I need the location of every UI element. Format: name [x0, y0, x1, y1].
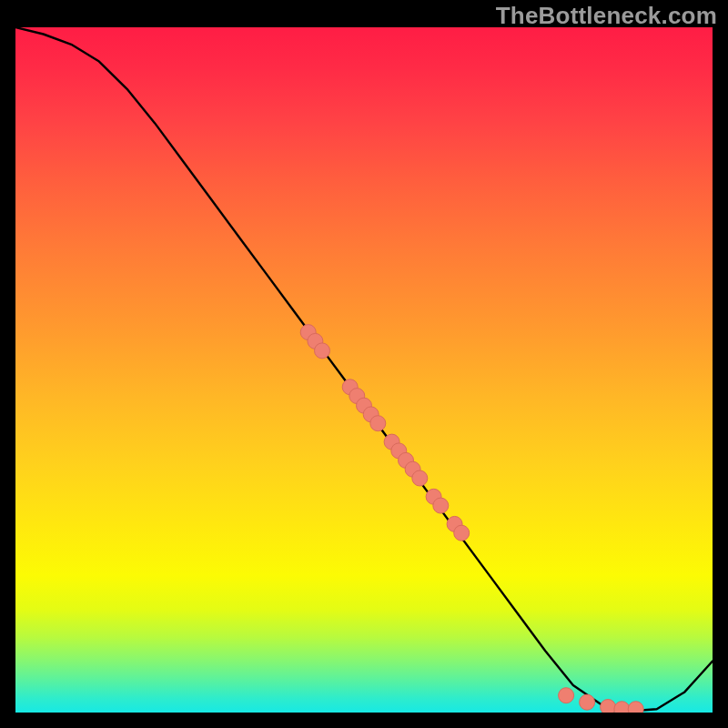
data-point — [580, 694, 595, 710]
data-point — [315, 343, 330, 359]
data-point — [601, 700, 616, 713]
plot-area — [15, 27, 713, 713]
data-point — [614, 702, 630, 713]
data-point — [454, 525, 470, 541]
data-point — [559, 688, 574, 703]
data-point — [433, 498, 449, 513]
curve-line — [15, 27, 713, 712]
chart-overlay — [15, 27, 713, 713]
watermark-label: TheBottleneck.com — [496, 2, 717, 30]
data-point — [628, 702, 643, 713]
marker-group — [300, 325, 643, 713]
chart-frame: TheBottleneck.com — [0, 0, 728, 728]
data-point — [370, 416, 386, 431]
data-point — [412, 470, 428, 486]
